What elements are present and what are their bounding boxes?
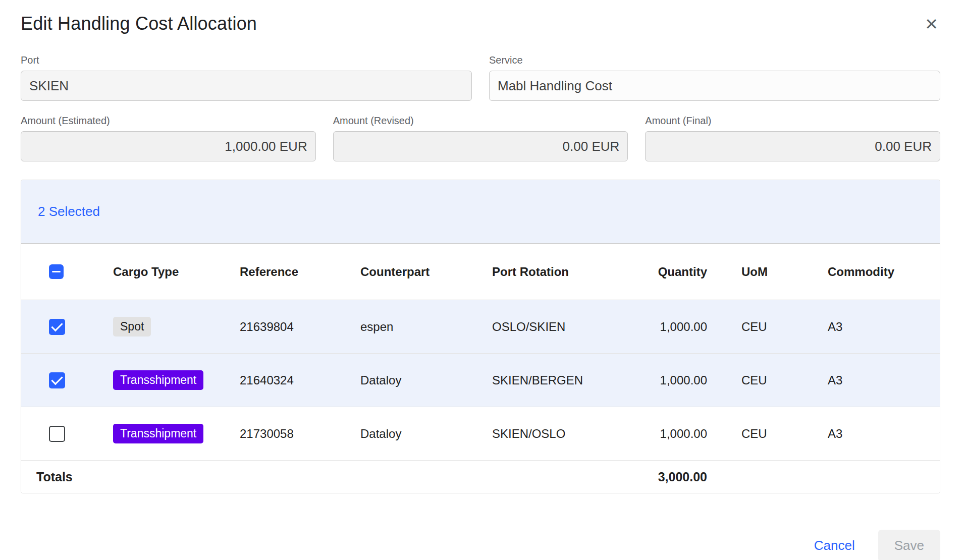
row-checkbox[interactable] [49, 426, 65, 442]
service-label: Service [489, 54, 940, 66]
cargo-type-badge: Spot [113, 317, 151, 337]
select-all-cell [21, 264, 92, 279]
save-button[interactable]: Save [878, 530, 940, 560]
header-quantity: Quantity [655, 265, 710, 279]
uom-cell: CEU [710, 373, 803, 387]
dialog-header: Edit Handling Cost Allocation ✕ [21, 13, 940, 34]
amount-revised-label: Amount (Revised) [333, 115, 628, 127]
select-all-checkbox[interactable] [49, 264, 64, 279]
row-checkbox[interactable] [49, 319, 65, 335]
selection-bar: 2 Selected [21, 180, 940, 244]
port-input[interactable] [21, 71, 472, 101]
dialog-footer: Cancel Save [21, 530, 940, 560]
header-uom: UoM [710, 265, 803, 279]
table-header-row: Cargo Type Reference Counterpart Port Ro… [21, 244, 940, 300]
checkbox-cell [21, 426, 92, 442]
row-checkbox[interactable] [49, 372, 65, 388]
port-rotation-cell: SKIEN/BERGEN [488, 373, 655, 387]
header-port-rotation: Port Rotation [488, 265, 655, 279]
quantity-cell: 1,000.00 [655, 373, 710, 387]
selected-count: 2 Selected [38, 204, 100, 219]
table-row[interactable]: Transshipment 21640324 Dataloy SKIEN/BER… [21, 354, 940, 407]
port-field: Port [21, 54, 472, 101]
service-field: Service [489, 54, 940, 101]
amount-revised-field: Amount (Revised) [333, 115, 628, 161]
port-label: Port [21, 54, 472, 66]
amount-estimated-field: Amount (Estimated) [21, 115, 316, 161]
port-rotation-cell: OSLO/SKIEN [488, 320, 655, 334]
totals-quantity: 3,000.00 [655, 470, 710, 484]
cargo-type-cell: Spot [92, 317, 233, 337]
form-row-port-service: Port Service [21, 54, 940, 101]
quantity-cell: 1,000.00 [655, 427, 710, 441]
table-row[interactable]: Spot 21639804 espen OSLO/SKIEN 1,000.00 … [21, 300, 940, 354]
amount-estimated-input[interactable] [21, 131, 316, 161]
close-icon[interactable]: ✕ [923, 14, 940, 34]
amount-estimated-label: Amount (Estimated) [21, 115, 316, 127]
totals-row: Totals 3,000.00 [21, 461, 940, 493]
cancel-button[interactable]: Cancel [814, 538, 855, 553]
allocation-table: 2 Selected Cargo Type Reference Counterp… [21, 180, 940, 493]
counterpart-cell: espen [354, 320, 488, 334]
dialog-title: Edit Handling Cost Allocation [21, 13, 257, 34]
reference-cell: 21730058 [233, 427, 354, 441]
table-row[interactable]: Transshipment 21730058 Dataloy SKIEN/OSL… [21, 407, 940, 461]
service-input[interactable] [489, 71, 940, 101]
reference-cell: 21640324 [233, 373, 354, 387]
commodity-cell: A3 [803, 427, 940, 441]
amount-final-label: Amount (Final) [645, 115, 940, 127]
cargo-type-cell: Transshipment [92, 370, 233, 390]
form-row-amounts: Amount (Estimated) Amount (Revised) Amou… [21, 115, 940, 161]
header-cargo-type: Cargo Type [92, 265, 233, 279]
checkbox-cell [21, 372, 92, 388]
cargo-type-badge: Transshipment [113, 424, 203, 443]
checkbox-cell [21, 319, 92, 335]
cargo-type-badge: Transshipment [113, 370, 203, 390]
totals-label: Totals [21, 470, 233, 484]
edit-handling-cost-dialog: Edit Handling Cost Allocation ✕ Port Ser… [0, 0, 965, 560]
uom-cell: CEU [710, 427, 803, 441]
header-reference: Reference [233, 265, 354, 279]
counterpart-cell: Dataloy [354, 373, 488, 387]
reference-cell: 21639804 [233, 320, 354, 334]
counterpart-cell: Dataloy [354, 427, 488, 441]
quantity-cell: 1,000.00 [655, 320, 710, 334]
amount-final-input[interactable] [645, 131, 940, 161]
cargo-type-cell: Transshipment [92, 424, 233, 443]
header-commodity: Commodity [803, 265, 940, 279]
amount-final-field: Amount (Final) [645, 115, 940, 161]
header-counterpart: Counterpart [354, 265, 488, 279]
commodity-cell: A3 [803, 320, 940, 334]
amount-revised-input[interactable] [333, 131, 628, 161]
commodity-cell: A3 [803, 373, 940, 387]
port-rotation-cell: SKIEN/OSLO [488, 427, 655, 441]
uom-cell: CEU [710, 320, 803, 334]
